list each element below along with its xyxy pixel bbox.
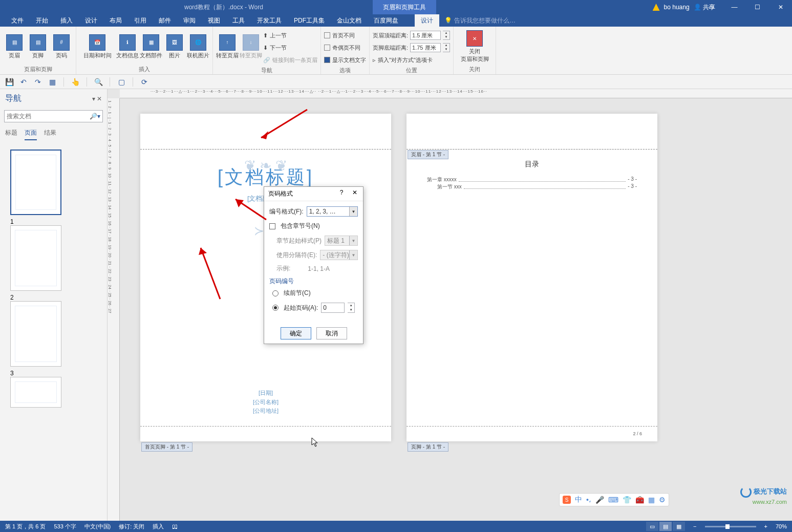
status-language[interactable]: 中文(中国) — [84, 523, 111, 530]
page-thumbnail-3[interactable] — [10, 301, 61, 367]
zoom-level[interactable]: 70% — [776, 523, 787, 529]
zoom-icon[interactable]: 🔍 — [93, 77, 103, 87]
undo-icon[interactable]: ↶ — [18, 77, 29, 87]
toc-entry[interactable]: 第一章 xxxxx- 3 - — [427, 176, 637, 183]
search-icon[interactable]: 🔎▾ — [90, 113, 100, 120]
date-placeholder[interactable]: [日期] — [140, 389, 391, 398]
tab-header-footer-design[interactable]: 设计 — [415, 14, 439, 27]
tab-developer[interactable]: 开发工具 — [251, 14, 288, 27]
status-track-changes[interactable]: 修订: 关闭 — [119, 523, 144, 530]
footer-bottom-distance-spinner[interactable]: 1.75 厘米 — [410, 43, 441, 52]
status-insert-mode[interactable]: 插入 — [153, 523, 164, 530]
quick-parts-button[interactable]: ▦文档部件 — [140, 29, 162, 65]
minimize-icon[interactable]: — — [723, 0, 746, 14]
table-icon[interactable]: ▦ — [47, 77, 57, 87]
tab-tools[interactable]: 工具 — [226, 14, 251, 27]
footer-button[interactable]: ▤页脚 — [27, 29, 49, 65]
tab-pdf-tools[interactable]: PDF工具集 — [288, 14, 331, 27]
tab-layout[interactable]: 布局 — [103, 14, 128, 27]
zoom-out-icon[interactable]: − — [693, 523, 696, 529]
picture-button[interactable]: 🖼图片 — [163, 29, 186, 65]
goto-header-button[interactable]: ↑转至页眉 — [216, 29, 239, 65]
tab-review[interactable]: 审阅 — [177, 14, 202, 27]
print-layout-icon[interactable]: ▤ — [659, 522, 672, 531]
header-zone[interactable]: 页眉 - 第 1 节 - — [406, 114, 657, 150]
doc-info-button[interactable]: ℹ文档信息 — [116, 29, 139, 65]
header-zone[interactable] — [140, 114, 391, 150]
different-odd-even-checkbox[interactable]: 奇偶页不同 — [324, 42, 366, 53]
start-at-radio[interactable] — [272, 305, 279, 311]
page-number-button[interactable]: #页码 — [50, 29, 73, 65]
close-icon[interactable]: ✕ — [769, 0, 792, 14]
spinner-buttons[interactable]: ▲▼ — [443, 31, 450, 40]
tab-view[interactable]: 视图 — [202, 14, 226, 27]
tab-baidu-disk[interactable]: 百度网盘 — [368, 14, 404, 27]
ime-grid-icon[interactable]: ▦ — [648, 496, 655, 504]
ime-skin-icon[interactable]: 👕 — [623, 496, 631, 504]
nav-search-box[interactable]: 🔎▾ — [4, 110, 103, 122]
spinner-buttons[interactable]: ▲▼ — [443, 43, 450, 52]
nav-tab-headings[interactable]: 标题 — [5, 129, 17, 140]
tab-mailings[interactable]: 邮件 — [153, 14, 177, 27]
zoom-in-icon[interactable]: + — [764, 523, 767, 529]
tab-references[interactable]: 引用 — [128, 14, 153, 27]
read-mode-icon[interactable]: ▭ — [646, 522, 658, 531]
collapse-ribbon-icon[interactable]: ˆ — [787, 524, 789, 530]
ok-button[interactable]: 确定 — [281, 327, 311, 339]
page-thumbnail-1[interactable] — [10, 150, 61, 215]
cancel-button[interactable]: 取消 — [316, 327, 347, 339]
tab-insert[interactable]: 插入 — [54, 14, 79, 27]
ime-toolbox-icon[interactable]: 🧰 — [635, 496, 644, 504]
footer-zone[interactable]: 首页页脚 - 第 1 节 - — [140, 426, 391, 441]
tab-file[interactable]: 文件 — [5, 14, 30, 27]
object-icon[interactable]: ▢ — [116, 77, 126, 87]
insert-alignment-tab-button[interactable]: ▹ 插入"对齐方式"选项卡 — [373, 54, 450, 66]
dialog-close-icon[interactable]: ✕ — [350, 189, 360, 196]
maximize-icon[interactable]: ☐ — [746, 0, 769, 14]
header-button[interactable]: ▤页眉 — [3, 29, 26, 65]
number-format-combo[interactable]: 1, 2, 3, … ▼ — [307, 206, 358, 217]
ime-punct-icon[interactable]: •، — [586, 496, 591, 504]
page-2[interactable]: 页眉 - 第 1 节 - 目录 第一章 xxxxx- 3 - 第一节 xxx- … — [406, 114, 657, 441]
rotate-icon[interactable]: ⟳ — [139, 77, 149, 87]
company-name-placeholder[interactable]: [公司名称] — [140, 398, 391, 407]
online-picture-button[interactable]: 🌐联机图片 — [187, 29, 209, 65]
ribbon-display-icon[interactable]: ▭ — [700, 0, 723, 14]
ime-chinese-indicator[interactable]: 中 — [575, 495, 582, 504]
nav-tab-results[interactable]: 结果 — [44, 129, 56, 140]
footer-zone[interactable]: 页脚 - 第 1 节 - 2 / 6 — [406, 426, 657, 441]
vertical-ruler[interactable]: 1 · 2 · 1 · | · 1 · 2 · 3 · 4 · 5 · 6 · … — [108, 98, 120, 521]
chevron-down-icon[interactable]: ▼ — [349, 207, 357, 216]
page-thumbnail-4[interactable] — [10, 377, 61, 408]
include-chapter-checkbox[interactable] — [269, 223, 275, 229]
spinner-buttons[interactable]: ▲▼ — [348, 303, 355, 313]
status-page[interactable]: 第 1 页，共 6 页 — [5, 523, 46, 530]
different-first-page-checkbox[interactable]: 首页不同 — [324, 30, 366, 41]
prev-section-button[interactable]: ⬆ 上一节 — [263, 30, 317, 41]
goto-footer-button[interactable]: ↓转至页脚 — [240, 29, 262, 65]
date-time-button[interactable]: 📅日期和时间 — [79, 29, 115, 65]
zoom-slider[interactable] — [705, 526, 756, 527]
header-top-distance-spinner[interactable]: 1.5 厘米 — [410, 31, 441, 40]
page-thumbnail-2[interactable] — [10, 225, 61, 291]
nav-dropdown-icon[interactable]: ▾ ✕ — [92, 95, 102, 102]
tab-design[interactable]: 设计 — [79, 14, 103, 27]
user-name[interactable]: bo huang — [664, 4, 690, 11]
tab-kingsoft-docs[interactable]: 金山文档 — [331, 14, 368, 27]
close-header-footer-button[interactable]: ✕关闭 页眉和页脚 — [457, 29, 493, 65]
show-document-text-checkbox[interactable]: 显示文档文字 — [324, 54, 366, 66]
web-layout-icon[interactable]: ▦ — [673, 522, 685, 531]
status-accessibility-icon[interactable]: 🕮 — [172, 523, 178, 529]
link-previous-button[interactable]: 🔗 链接到前一条页眉 — [263, 54, 317, 66]
save-icon[interactable]: 💾 — [4, 77, 14, 87]
sogou-logo-icon[interactable]: S — [563, 496, 571, 504]
ime-mic-icon[interactable]: 🎤 — [595, 496, 604, 504]
touch-mode-icon[interactable]: 👆 — [70, 77, 80, 87]
toc-entry[interactable]: 第一节 xxx- 3 - — [427, 183, 637, 190]
nav-tab-pages[interactable]: 页面 — [25, 129, 37, 140]
company-address-placeholder[interactable]: [公司地址] — [140, 407, 391, 416]
start-at-spinner[interactable]: 0 — [321, 303, 345, 313]
tab-home[interactable]: 开始 — [30, 14, 54, 27]
status-word-count[interactable]: 533 个字 — [54, 523, 76, 530]
horizontal-ruler[interactable]: ···3···2···1···△···1···2···3···4···5···6… — [120, 89, 792, 98]
